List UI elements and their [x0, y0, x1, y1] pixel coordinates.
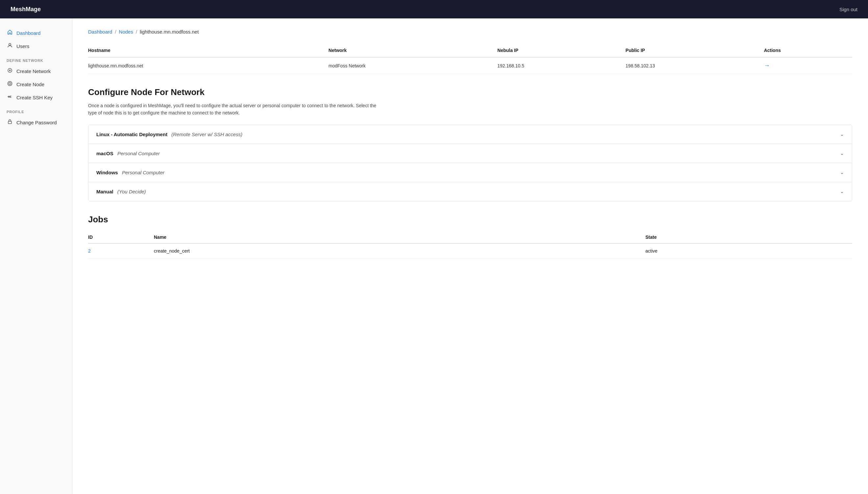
app-brand: MeshMage — [11, 6, 41, 13]
cell-network: modFoss Network — [329, 57, 497, 74]
sidebar-item-create-node[interactable]: Create Node — [0, 78, 72, 91]
accordion-header-manual[interactable]: Manual (You Decide) ⌄ — [88, 182, 852, 201]
sidebar-item-users[interactable]: Users — [0, 39, 72, 53]
sidebar: Dashboard Users DEFINE NETWORK — [0, 18, 72, 494]
breadcrumb-current: lighthouse.mn.modfoss.net — [140, 29, 199, 35]
configure-accordion: Linux - Automatic Deployment (Remote Ser… — [88, 125, 852, 201]
accordion-manual-text: Manual (You Decide) — [96, 189, 146, 194]
accordion-item-manual: Manual (You Decide) ⌄ — [88, 182, 852, 201]
sidebar-item-create-ssh-key[interactable]: Create SSH Key — [0, 91, 72, 104]
main-content: Dashboard / Nodes / lighthouse.mn.modfos… — [72, 18, 868, 494]
node-table: Hostname Network Nebula IP Public IP Act… — [88, 44, 852, 74]
sidebar-item-create-node-label: Create Node — [16, 81, 44, 87]
accordion-item-windows: Windows Personal Computer ⌄ — [88, 163, 852, 182]
table-row: lighthouse.mn.modfoss.net modFoss Networ… — [88, 57, 852, 74]
breadcrumb: Dashboard / Nodes / lighthouse.mn.modfos… — [88, 29, 852, 35]
cell-hostname: lighthouse.mn.modfoss.net — [88, 57, 329, 74]
change-password-icon — [6, 119, 13, 126]
node-action-arrow[interactable]: → — [764, 62, 770, 69]
accordion-header-windows[interactable]: Windows Personal Computer ⌄ — [88, 163, 852, 182]
svg-point-5 — [8, 81, 12, 86]
sidebar-item-users-label: Users — [16, 43, 29, 49]
sidebar-section-profile: PROFILE — [0, 104, 72, 116]
breadcrumb-nodes[interactable]: Nodes — [119, 29, 133, 35]
accordion-windows-chevron: ⌄ — [840, 170, 844, 175]
topnav: MeshMage Sign out — [0, 0, 868, 18]
jobs-col-name: Name — [154, 231, 646, 243]
configure-desc: Once a node is configured in MeshMage, y… — [88, 102, 384, 117]
job-state-cell: active — [646, 243, 852, 259]
sidebar-item-change-password-label: Change Password — [16, 120, 57, 125]
accordion-header-macos[interactable]: macOS Personal Computer ⌄ — [88, 144, 852, 163]
jobs-table: ID Name State 2 create_node_cert active — [88, 231, 852, 259]
users-icon — [6, 43, 13, 49]
configure-title: Configure Node For Network — [88, 87, 852, 97]
sidebar-section-define: DEFINE NETWORK — [0, 53, 72, 64]
sidebar-item-dashboard[interactable]: Dashboard — [0, 26, 72, 39]
col-nebula-ip: Nebula IP — [497, 44, 626, 57]
accordion-windows-text: Windows Personal Computer — [96, 170, 164, 175]
layout: Dashboard Users DEFINE NETWORK — [0, 18, 868, 494]
accordion-manual-label: Manual — [96, 189, 114, 194]
accordion-windows-sublabel: Personal Computer — [122, 170, 164, 175]
dashboard-icon — [6, 30, 13, 36]
accordion-header-linux[interactable]: Linux - Automatic Deployment (Remote Ser… — [88, 125, 852, 144]
svg-rect-7 — [8, 121, 12, 124]
jobs-table-row: 2 create_node_cert active — [88, 243, 852, 259]
breadcrumb-sep-2: / — [136, 29, 137, 35]
col-public-ip: Public IP — [626, 44, 764, 57]
accordion-manual-sublabel: (You Decide) — [117, 189, 146, 194]
accordion-linux-label: Linux - Automatic Deployment — [96, 132, 167, 137]
create-ssh-key-icon — [6, 94, 13, 101]
create-node-icon — [6, 81, 13, 88]
accordion-manual-chevron: ⌄ — [840, 189, 844, 194]
accordion-macos-chevron: ⌄ — [840, 151, 844, 156]
accordion-windows-label: Windows — [96, 170, 118, 175]
sidebar-item-create-network-label: Create Network — [16, 69, 51, 74]
col-actions: Actions — [764, 44, 852, 57]
sidebar-item-change-password[interactable]: Change Password — [0, 116, 72, 129]
signout-button[interactable]: Sign out — [840, 6, 857, 12]
svg-point-4 — [9, 82, 11, 84]
jobs-col-state: State — [646, 231, 852, 243]
col-network: Network — [329, 44, 497, 57]
jobs-title: Jobs — [88, 214, 852, 225]
job-id-link[interactable]: 2 — [88, 248, 91, 253]
accordion-item-macos: macOS Personal Computer ⌄ — [88, 144, 852, 163]
breadcrumb-sep-1: / — [115, 29, 116, 35]
cell-public-ip: 198.58.102.13 — [626, 57, 764, 74]
accordion-macos-text: macOS Personal Computer — [96, 151, 160, 156]
cell-nebula-ip: 192.168.10.5 — [497, 57, 626, 74]
col-hostname: Hostname — [88, 44, 329, 57]
accordion-item-linux: Linux - Automatic Deployment (Remote Ser… — [88, 125, 852, 144]
sidebar-item-create-ssh-key-label: Create SSH Key — [16, 95, 53, 100]
jobs-section: Jobs ID Name State 2 create_node_cert — [88, 214, 852, 259]
accordion-macos-sublabel: Personal Computer — [117, 151, 160, 156]
sidebar-item-dashboard-label: Dashboard — [16, 30, 40, 36]
job-id-cell: 2 — [88, 243, 154, 259]
accordion-macos-label: macOS — [96, 151, 114, 156]
configure-section: Configure Node For Network Once a node i… — [88, 87, 852, 201]
sidebar-item-create-network[interactable]: Create Network — [0, 64, 72, 78]
breadcrumb-dashboard[interactable]: Dashboard — [88, 29, 112, 35]
accordion-linux-sublabel: (Remote Server w/ SSH access) — [171, 132, 242, 137]
create-network-icon — [6, 68, 13, 74]
accordion-linux-text: Linux - Automatic Deployment (Remote Ser… — [96, 132, 242, 137]
jobs-col-id: ID — [88, 231, 154, 243]
svg-point-0 — [9, 43, 11, 45]
accordion-linux-chevron: ⌄ — [840, 132, 844, 137]
job-name-cell: create_node_cert — [154, 243, 646, 259]
cell-action: → — [764, 57, 852, 74]
